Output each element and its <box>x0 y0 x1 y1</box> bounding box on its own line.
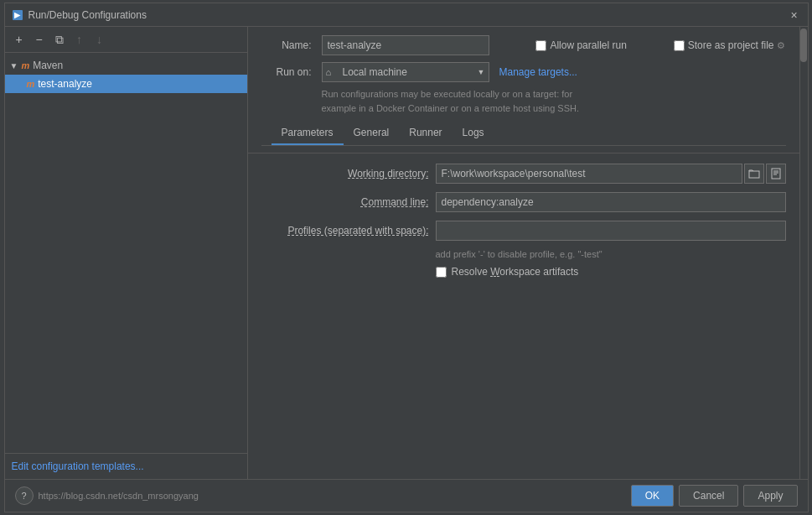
tab-logs[interactable]: Logs <box>453 122 494 145</box>
move-down-button[interactable]: ↓ <box>91 30 109 49</box>
profiles-row: Profiles (separated with space): <box>261 221 786 241</box>
close-button[interactable]: × <box>788 8 801 22</box>
resolve-workspace-checkbox[interactable] <box>436 267 447 278</box>
tab-general[interactable]: General <box>344 122 400 145</box>
run-on-row: Run on: ⌂ Local machine ▼ Manage targets… <box>261 62 786 82</box>
add-button[interactable]: + <box>10 30 28 49</box>
ok-button[interactable]: OK <box>631 485 674 507</box>
tab-parameters[interactable]: Parameters <box>272 122 344 145</box>
tabs-bar: Parameters General Runner Logs <box>261 122 786 146</box>
sidebar-footer: Edit configuration templates... <box>5 453 247 479</box>
resolve-workspace-label: Resolve Workspace artifacts <box>452 266 579 278</box>
profiles-input[interactable] <box>436 221 786 241</box>
chevron-down-icon: ▼ <box>10 61 18 70</box>
profiles-label: Profiles (separated with space): <box>261 225 429 237</box>
main-header: Name: Allow parallel run Store as projec… <box>248 27 799 153</box>
sidebar: + − ⧉ ↑ ↓ ▼ m Maven m test-analyze <box>5 27 248 479</box>
resolve-workspace-row: Resolve Workspace artifacts <box>436 266 786 278</box>
scrollbar-thumb[interactable] <box>800 29 807 62</box>
tree-item-test-analyze[interactable]: m test-analyze <box>5 75 247 93</box>
run-on-select[interactable]: Local machine <box>322 62 489 82</box>
working-dir-input[interactable] <box>436 164 742 184</box>
allow-parallel-checkbox[interactable] <box>535 40 546 51</box>
store-as-project-checkbox[interactable] <box>674 40 685 51</box>
browse-file-button[interactable] <box>766 164 786 184</box>
working-dir-row: Working directory: <box>261 164 786 184</box>
maven-item-icon: m <box>27 79 35 89</box>
move-up-button[interactable]: ↑ <box>70 30 89 49</box>
store-as-project-group: Store as project file ⚙ <box>674 39 786 51</box>
maven-icon: m <box>21 60 29 70</box>
tree-item-label: test-analyze <box>38 78 92 90</box>
dialog-title: Run/Debug Configurations <box>28 9 147 21</box>
help-button[interactable]: ? <box>15 486 34 505</box>
allow-parallel-label: Allow parallel run <box>550 39 626 51</box>
run-on-label: Run on: <box>261 66 312 78</box>
dialog-footer: ? https://blog.csdn.net/csdn_mrsongyang … <box>5 479 808 512</box>
footer-right: OK Cancel Apply <box>631 485 798 507</box>
remove-button[interactable]: − <box>30 30 49 49</box>
sidebar-tree: ▼ m Maven m test-analyze <box>5 53 247 453</box>
scrollbar[interactable] <box>799 27 808 479</box>
name-row: Name: Allow parallel run Store as projec… <box>261 35 786 55</box>
description-text: Run configurations may be executed local… <box>322 87 786 115</box>
command-line-label: Command line: <box>261 196 429 208</box>
tab-runner[interactable]: Runner <box>399 122 452 145</box>
cancel-button[interactable]: Cancel <box>679 485 738 507</box>
tree-group-maven: ▼ m Maven m test-analyze <box>5 56 247 93</box>
run-debug-dialog: ▶ Run/Debug Configurations × + − ⧉ ↑ ↓ ▼… <box>4 3 809 512</box>
svg-rect-3 <box>772 169 780 179</box>
command-line-input[interactable] <box>436 192 786 212</box>
browse-folder-button[interactable] <box>744 164 764 184</box>
name-input[interactable] <box>322 35 489 55</box>
gear-icon: ⚙ <box>777 40 785 51</box>
main-panel: Name: Allow parallel run Store as projec… <box>248 27 799 479</box>
svg-text:▶: ▶ <box>14 11 21 19</box>
dialog-icon: ▶ <box>12 9 23 21</box>
command-line-row: Command line: <box>261 192 786 212</box>
title-bar: ▶ Run/Debug Configurations × <box>5 3 808 27</box>
sidebar-toolbar: + − ⧉ ↑ ↓ <box>5 27 247 53</box>
copy-button[interactable]: ⧉ <box>50 30 69 49</box>
tree-group-header[interactable]: ▼ m Maven <box>5 56 247 75</box>
run-on-select-wrapper: ⌂ Local machine ▼ <box>322 62 489 82</box>
manage-targets-link[interactable]: Manage targets... <box>499 66 577 78</box>
svg-rect-2 <box>749 171 759 178</box>
profiles-hint: add prefix '-' to disable profile, e.g. … <box>436 249 786 259</box>
working-dir-input-group <box>436 164 786 184</box>
edit-templates-link[interactable]: Edit configuration templates... <box>12 460 144 472</box>
store-as-project-label: Store as project file <box>688 39 774 51</box>
working-dir-label: Working directory: <box>261 168 429 179</box>
footer-left: ? https://blog.csdn.net/csdn_mrsongyang <box>15 486 199 505</box>
allow-parallel-group: Allow parallel run <box>535 39 626 51</box>
name-label: Name: <box>261 39 312 51</box>
main-body: Working directory: <box>248 153 799 479</box>
group-label: Maven <box>33 60 63 71</box>
footer-url: https://blog.csdn.net/csdn_mrsongyang <box>39 491 199 501</box>
apply-button[interactable]: Apply <box>743 485 797 507</box>
content-area: + − ⧉ ↑ ↓ ▼ m Maven m test-analyze <box>5 27 808 479</box>
